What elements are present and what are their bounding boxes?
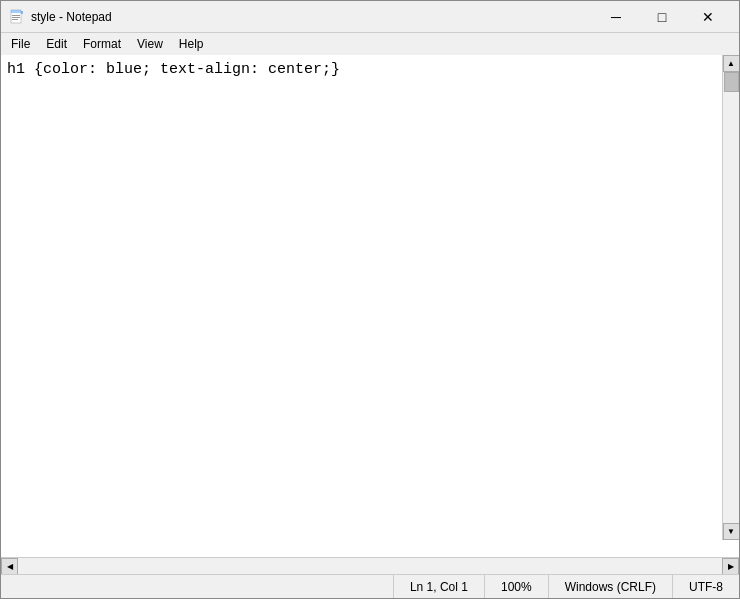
svg-rect-5 xyxy=(21,11,23,14)
svg-rect-1 xyxy=(11,10,21,13)
scroll-left-button[interactable]: ◀ xyxy=(1,558,18,575)
zoom-level: 100% xyxy=(485,575,549,598)
cursor-position: Ln 1, Col 1 xyxy=(394,575,485,598)
menu-edit[interactable]: Edit xyxy=(38,33,75,55)
scroll-up-button[interactable]: ▲ xyxy=(723,55,740,72)
close-button[interactable]: ✕ xyxy=(685,1,731,33)
menu-help[interactable]: Help xyxy=(171,33,212,55)
svg-rect-3 xyxy=(12,17,20,18)
svg-rect-2 xyxy=(12,15,20,16)
line-ending: Windows (CRLF) xyxy=(549,575,673,598)
editor-area: h1 {color: blue; text-align: center;} ▲ … xyxy=(1,55,739,557)
h-scroll-track[interactable] xyxy=(18,558,722,574)
window-controls: ─ □ ✕ xyxy=(593,1,731,33)
menu-file[interactable]: File xyxy=(3,33,38,55)
menu-format[interactable]: Format xyxy=(75,33,129,55)
menu-view[interactable]: View xyxy=(129,33,171,55)
menu-bar: File Edit Format View Help xyxy=(1,33,739,55)
status-bar: Ln 1, Col 1 100% Windows (CRLF) UTF-8 xyxy=(1,574,739,598)
encoding: UTF-8 xyxy=(673,575,739,598)
notepad-window: style - Notepad ─ □ ✕ File Edit Format V… xyxy=(0,0,740,599)
minimize-button[interactable]: ─ xyxy=(593,1,639,33)
status-spacer xyxy=(1,575,394,598)
vertical-scrollbar[interactable]: ▲ ▼ xyxy=(722,55,739,540)
app-icon xyxy=(9,9,25,25)
scroll-down-button[interactable]: ▼ xyxy=(723,523,740,540)
scroll-track[interactable] xyxy=(723,72,739,523)
svg-rect-4 xyxy=(12,19,18,20)
scroll-right-button[interactable]: ▶ xyxy=(722,558,739,575)
window-title: style - Notepad xyxy=(31,10,593,24)
title-bar: style - Notepad ─ □ ✕ xyxy=(1,1,739,33)
scroll-thumb[interactable] xyxy=(724,72,739,92)
text-editor[interactable]: h1 {color: blue; text-align: center;} xyxy=(1,55,722,557)
maximize-button[interactable]: □ xyxy=(639,1,685,33)
horizontal-scrollbar[interactable]: ◀ ▶ xyxy=(1,557,739,574)
